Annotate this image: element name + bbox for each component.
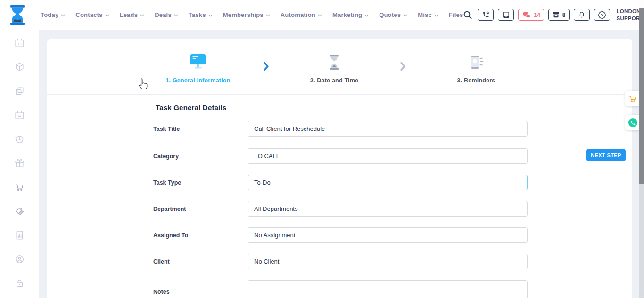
assigned-to-label: Assigned To (153, 232, 188, 239)
page-scrollbar[interactable] (639, 0, 644, 298)
nav-label: Tasks (189, 11, 206, 18)
nav-label: Quotes (379, 11, 401, 18)
chat-notifications-button[interactable]: 14 (518, 9, 544, 21)
report-icon (14, 230, 25, 241)
phone-circle-icon (628, 118, 638, 128)
store-count-badge: 8 (562, 12, 566, 18)
nav-item-deals[interactable]: Deals (155, 11, 178, 18)
form-row-category: Category (47, 148, 632, 164)
app-logo[interactable] (7, 2, 28, 28)
nav-item-tasks[interactable]: Tasks (189, 11, 213, 18)
nav-label: Automation (281, 11, 315, 18)
form-row-notes: Notes (47, 280, 632, 296)
chevron-down-icon (364, 14, 369, 17)
nav-item-misc[interactable]: Misc (418, 11, 438, 18)
nav-label: Marketing (332, 11, 362, 18)
store-button[interactable]: 8 (548, 9, 570, 21)
sidebar-item-security[interactable] (14, 277, 25, 289)
chevron-down-icon (318, 14, 322, 17)
task-title-input[interactable] (248, 121, 528, 137)
nav-label: Misc (418, 11, 432, 18)
nav-item-quotes[interactable]: Quotes (379, 11, 407, 18)
department-label: Department (153, 206, 186, 212)
step-arrow-icon (400, 62, 406, 71)
step-general-information[interactable]: 1. General Information (141, 52, 255, 84)
sidebar-item-rewards[interactable] (14, 157, 25, 169)
sidebar-item-packages[interactable] (14, 61, 25, 72)
store-icon (552, 11, 560, 19)
nav-label: Contacts (75, 11, 102, 18)
nav-item-files[interactable]: Files (449, 11, 463, 18)
nav-label: Leads (120, 11, 138, 18)
notifications-button[interactable] (574, 9, 590, 21)
nav-item-marketing[interactable]: Marketing (332, 11, 369, 18)
task-type-label: Task Type (153, 179, 181, 186)
nav-item-automation[interactable]: Automation (281, 11, 322, 18)
main-nav: Today Contacts Leads Deals Tasks Members… (41, 11, 463, 18)
client-select[interactable] (248, 254, 528, 269)
step-arrow-icon (263, 62, 269, 71)
sidebar: 12 (0, 30, 39, 298)
task-general-form: Task General Details Task Title Category… (47, 95, 632, 298)
nav-item-contacts[interactable]: Contacts (75, 11, 109, 18)
help-button[interactable]: ? (594, 9, 610, 21)
chevron-down-icon (174, 14, 178, 17)
task-wizard-card: 1. General Information 2. Date and Time (47, 39, 632, 298)
nav-label: Memberships (223, 11, 264, 18)
sidebar-item-calendar[interactable]: 12 (14, 37, 25, 48)
sidebar-item-tags[interactable] (14, 205, 25, 217)
nav-label: Deals (155, 11, 172, 18)
chevron-down-icon (140, 14, 144, 17)
search-button[interactable] (463, 10, 472, 20)
scrollbar-thumb[interactable] (639, 8, 644, 184)
sidebar-item-reports[interactable] (14, 229, 25, 241)
notes-textarea[interactable] (248, 280, 528, 298)
history-icon (14, 134, 25, 145)
sidebar-item-cart[interactable] (14, 181, 25, 193)
chevron-down-icon (105, 14, 109, 17)
help-icon: ? (598, 11, 606, 19)
form-row-task-type: Task Type (47, 175, 632, 190)
bell-icon (578, 11, 586, 19)
task-title-label: Task Title (153, 126, 180, 132)
task-type-select[interactable] (248, 175, 528, 190)
phone-icon (482, 11, 490, 19)
department-select[interactable] (248, 201, 528, 217)
category-select[interactable] (248, 148, 528, 164)
monitor-icon (190, 54, 207, 70)
step-date-and-time[interactable]: 2. Date and Time (278, 52, 391, 84)
sidebar-item-bookings[interactable] (14, 109, 25, 121)
cart-icon (14, 182, 25, 193)
step-label: 3. Reminders (457, 77, 495, 84)
svg-text:12: 12 (17, 41, 21, 46)
step-label: 1. General Information (165, 77, 230, 84)
gift-icon (14, 158, 25, 169)
sidebar-item-duplicates[interactable] (14, 85, 25, 97)
inbox-button[interactable] (498, 9, 514, 21)
notes-label: Notes (153, 289, 170, 295)
step-reminders[interactable]: 3. Reminders (420, 52, 533, 84)
step-label: 2. Date and Time (310, 77, 358, 84)
cart-icon (628, 95, 637, 103)
lock-icon (14, 278, 25, 289)
assigned-to-select[interactable] (248, 227, 528, 243)
topbar: Today Contacts Leads Deals Tasks Members… (0, 0, 644, 30)
form-row-department: Department (47, 201, 632, 217)
chevron-down-icon (434, 14, 438, 17)
form-row-assigned-to: Assigned To (47, 227, 632, 243)
client-label: Client (153, 258, 170, 265)
nav-item-today[interactable]: Today (41, 11, 65, 18)
nav-item-leads[interactable]: Leads (120, 11, 145, 18)
nav-label: Files (449, 11, 463, 18)
nav-item-memberships[interactable]: Memberships (223, 11, 270, 18)
next-step-button[interactable]: NEXT STEP (586, 149, 626, 161)
sidebar-item-account[interactable] (14, 253, 25, 265)
cube-icon (14, 62, 25, 72)
reminder-icon (469, 55, 484, 70)
hourglass-icon (329, 55, 340, 70)
chat-icon (522, 11, 531, 19)
sidebar-item-history[interactable] (14, 133, 25, 145)
svg-text:?: ? (601, 12, 603, 17)
dialer-button[interactable] (478, 9, 494, 21)
category-label: Category (153, 153, 179, 160)
